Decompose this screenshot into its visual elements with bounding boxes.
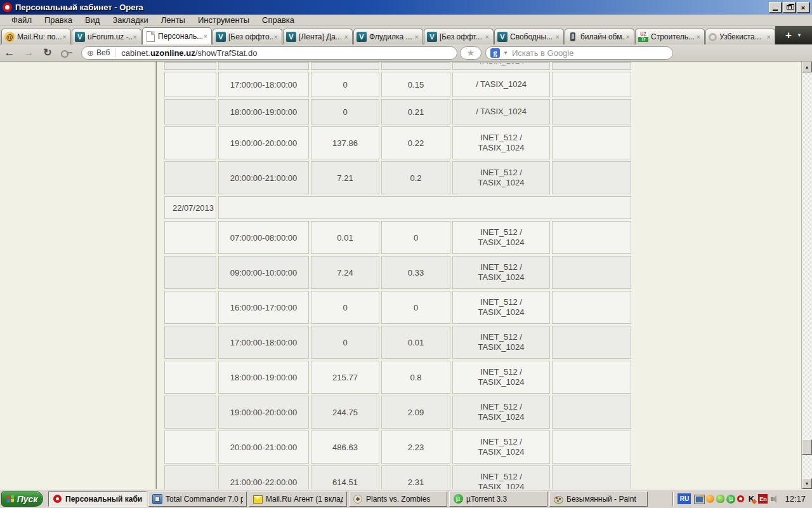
tab-9[interactable]: билайн обм...× xyxy=(565,29,634,44)
tab-close-icon[interactable]: × xyxy=(414,33,420,41)
page-scrollbar[interactable]: ▲ ▼ xyxy=(801,62,812,489)
time-range-cell: 20:00:00-21:00:00 xyxy=(218,161,309,194)
upload-cell: 0.01 xyxy=(381,326,450,359)
empty-cell xyxy=(164,72,216,97)
date-cell: 22/07/2013 xyxy=(164,196,216,219)
empty-cell xyxy=(552,72,631,97)
table-row: 18:00:00-19:00:00215.770.8INET_512 / TAS… xyxy=(164,361,631,394)
empty-cell xyxy=(164,221,216,254)
tab-close-icon[interactable]: × xyxy=(766,33,772,41)
table-row: 19:00:00-20:00:00137.860.22INET_512 / TA… xyxy=(164,126,631,159)
search-field[interactable]: g ▼ Искать в Google xyxy=(485,46,673,60)
language-indicator[interactable]: RU xyxy=(678,493,691,504)
taskbar-button-paint[interactable]: Безымянный - Paint xyxy=(549,491,648,507)
task-label: µTorrent 3.3 xyxy=(466,495,507,504)
taskbar-clock[interactable]: 12:17 xyxy=(785,494,806,504)
reload-button[interactable]: ↻ xyxy=(38,46,57,60)
wand-key-icon[interactable] xyxy=(57,46,76,60)
tariff-cell: INET_512 / TASIX_1024 xyxy=(452,221,550,254)
empty-cell xyxy=(552,161,631,194)
tab-label: Строитель... xyxy=(651,32,695,41)
tab-7[interactable]: V[Без оффт...× xyxy=(424,29,494,44)
tab-3[interactable]: Персональ...× xyxy=(142,27,212,44)
opera-logo-icon xyxy=(3,3,12,12)
taskbar-button-tc[interactable]: Total Commander 7.0 ру... xyxy=(148,491,247,507)
empty-cell xyxy=(218,62,309,70)
tab-5[interactable]: V[Лента] Да...× xyxy=(283,29,353,44)
forward-button[interactable]: → xyxy=(19,46,38,60)
close-button[interactable]: × xyxy=(797,2,809,13)
empty-cell xyxy=(552,126,631,159)
tab-10[interactable]: UZTrСтроитель...× xyxy=(635,29,705,44)
table-row: 20:00:00-21:00:00486.632.23INET_512 / TA… xyxy=(164,431,631,464)
empty-cell xyxy=(164,161,216,194)
uztr-icon: UZTr xyxy=(638,32,648,42)
bookmark-star-button[interactable]: ★ xyxy=(460,46,481,60)
empty-cell xyxy=(164,62,216,70)
tab-4[interactable]: V[Без оффто...× xyxy=(213,29,282,44)
tab-2[interactable]: VuForum.uz -...× xyxy=(72,29,141,44)
tab-8[interactable]: VСвободны...× xyxy=(494,29,564,44)
kaspersky-tray-icon[interactable]: K xyxy=(746,494,756,504)
punto-tray-icon[interactable]: En xyxy=(758,494,768,504)
tab-close-icon[interactable]: × xyxy=(343,33,350,41)
paint-icon xyxy=(553,494,563,504)
tab-bar: @Mail.Ru: по...×VuForum.uz -...×Персонал… xyxy=(0,26,812,44)
scrollbar-thumb[interactable] xyxy=(802,439,812,455)
taskbar-button-opera[interactable]: Персональный кабин... xyxy=(48,491,147,507)
scroll-down-button[interactable]: ▼ xyxy=(802,478,812,489)
menu-item-справка[interactable]: Справка xyxy=(256,15,301,25)
tab-close-icon[interactable]: × xyxy=(132,33,138,41)
table-row: 17:00:00-18:00:0000.01INET_512 / TASIX_1… xyxy=(164,326,631,359)
restore-icon xyxy=(787,5,792,10)
menu-item-закладки[interactable]: Закладки xyxy=(106,15,154,25)
tab-close-icon[interactable]: × xyxy=(625,33,631,41)
taskbar-button-utorrent[interactable]: µµTorrent 3.3 xyxy=(449,491,547,507)
menu-item-ленты[interactable]: Ленты xyxy=(155,15,192,25)
start-label: Пуск xyxy=(17,494,38,504)
url-text[interactable]: cabinet.uzonline.uz/showTrafStat.do xyxy=(121,48,257,58)
upload-cell: 2.09 xyxy=(381,396,450,429)
download-cell: 614.51 xyxy=(311,465,379,489)
empty-cell xyxy=(164,396,216,429)
system-tray: µKEn xyxy=(694,494,780,504)
tab-6[interactable]: VФлудилка ...× xyxy=(353,29,423,44)
search-engine-dropdown[interactable]: ▼ xyxy=(503,50,508,56)
tariff-text: INET_512 / TASIX_1024 xyxy=(463,227,539,248)
back-button[interactable]: ← xyxy=(0,46,19,60)
restore-button[interactable] xyxy=(783,2,796,13)
new-tab-button[interactable]: + xyxy=(785,30,792,41)
opera-tray-icon[interactable] xyxy=(737,495,744,502)
tab-list-dropdown[interactable]: ▼ xyxy=(797,32,802,38)
time-range-cell: 16:00:00-17:00:00 xyxy=(218,291,309,324)
tab-label: Персональ... xyxy=(158,32,202,41)
tab-11[interactable]: Узбекиста...× xyxy=(705,29,775,44)
icq-tray-icon[interactable] xyxy=(716,495,724,503)
volume-tray-icon[interactable] xyxy=(769,494,780,504)
utorrent-icon: µ xyxy=(453,494,463,504)
monitor-tray-icon[interactable] xyxy=(694,494,704,504)
tab-close-icon[interactable]: × xyxy=(554,33,561,41)
tab-close-icon[interactable]: × xyxy=(273,33,279,41)
tab-1[interactable]: @Mail.Ru: по...× xyxy=(1,29,71,44)
taskbar-button-mailru-agent[interactable]: Mail.Ru Агент (1 вкладка) xyxy=(249,491,347,507)
menu-item-вид[interactable]: Вид xyxy=(79,15,107,25)
task-label: Total Commander 7.0 ру... xyxy=(166,495,243,504)
tab-close-icon[interactable]: × xyxy=(202,32,209,40)
tariff-cell-partial: TASIX_1024 xyxy=(452,62,550,70)
date-row-filler xyxy=(218,196,631,219)
mailru-ball-tray-icon[interactable] xyxy=(706,495,714,503)
tab-close-icon[interactable]: × xyxy=(62,33,68,41)
menu-item-правка[interactable]: Правка xyxy=(38,15,79,25)
scroll-up-button[interactable]: ▲ xyxy=(802,62,812,72)
taskbar-button-pvz[interactable]: Plants vs. Zombies xyxy=(349,491,447,507)
minimize-button[interactable] xyxy=(769,2,782,13)
menu-item-инструменты[interactable]: Инструменты xyxy=(192,15,256,25)
utorrent-tray-icon[interactable]: µ xyxy=(726,495,735,504)
start-button[interactable]: Пуск xyxy=(1,491,43,507)
address-bar[interactable]: ⊕ Веб cabinet.uzonline.uz/showTrafStat.d… xyxy=(81,46,457,60)
tab-close-icon[interactable]: × xyxy=(695,33,702,41)
upload-cell: 0.15 xyxy=(381,72,450,97)
menu-item-файл[interactable]: Файл xyxy=(5,15,38,25)
tab-close-icon[interactable]: × xyxy=(484,33,490,41)
